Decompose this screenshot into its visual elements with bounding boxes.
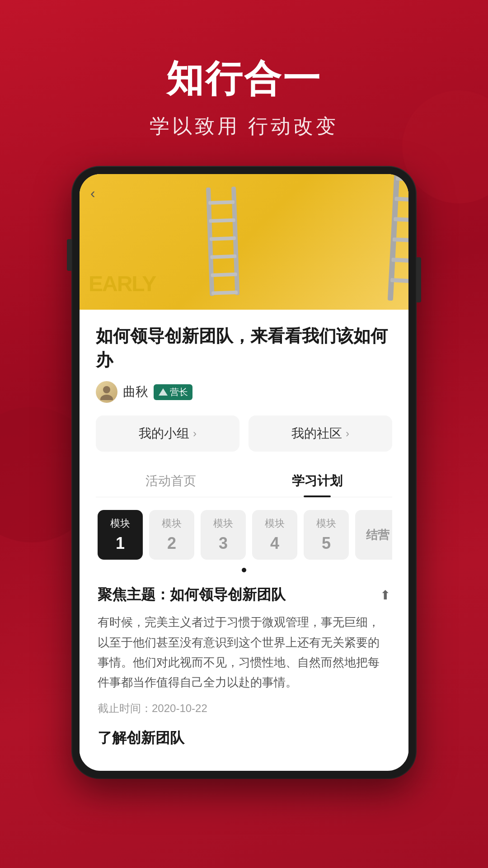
my-group-button[interactable]: 我的小组 › [96,415,239,452]
my-group-label: 我的小组 [139,425,189,442]
module-card-5[interactable]: 模块 5 [304,510,349,560]
my-group-arrow: › [193,427,197,440]
my-community-label: 我的社区 [291,425,342,442]
focus-section: 聚焦主题：如何领导创新团队 ⬆ 有时候，完美主义者过于习惯于微观管理，事无巨细，… [96,585,392,748]
dot-indicator [96,566,392,574]
module-card-3[interactable]: 模块 3 [201,510,246,560]
nav-buttons: 我的小组 › 我的社区 › [96,415,392,452]
phone-frame: ‹ [72,167,416,778]
badge-label: 营长 [170,386,188,398]
focus-title: 聚焦主题：如何领导创新团队 [98,585,286,605]
my-community-button[interactable]: 我的社区 › [249,415,392,452]
svg-point-0 [103,386,110,393]
author-badge: 营长 [154,384,192,400]
article-title: 如何领导创新团队，来看看我们该如何办 [96,324,392,372]
main-subtitle: 学以致用 行动改变 [0,113,488,140]
header-section: 知行合一 学以致用 行动改变 [0,0,488,167]
badge-icon [158,387,168,397]
bottom-section-heading: 了解创新团队 [98,728,390,748]
back-button[interactable]: ‹ [90,185,95,202]
author-row: 曲秋 营长 [96,381,392,403]
focus-header: 聚焦主题：如何领导创新团队 ⬆ [98,585,390,605]
dot [242,568,246,572]
module-card-1[interactable]: 模块 1 [98,510,143,560]
author-name: 曲秋 [123,383,148,401]
tab-study-plan[interactable]: 学习计划 [244,465,390,497]
main-title: 知行合一 [0,54,488,104]
tab-activity-home[interactable]: 活动首页 [98,465,244,497]
module-card-end[interactable]: 结营 [355,510,392,560]
deadline-text: 截止时间：2020-10-22 [98,701,390,716]
module-card-4[interactable]: 模块 4 [252,510,297,560]
author-avatar [96,381,117,403]
article-content-section: 如何领导创新团队，来看看我们该如何办 曲秋 [80,310,408,762]
phone-mockup: ‹ [72,167,416,778]
phone-screen: ‹ [80,174,408,771]
hero-image: ‹ [80,174,408,310]
share-icon[interactable]: ⬆ [380,588,390,603]
modules-row: 模块 1 模块 2 模块 3 模块 4 [96,510,392,560]
my-community-arrow: › [346,427,349,440]
svg-point-1 [100,395,113,400]
focus-body-text: 有时候，完美主义者过于习惯于微观管理，事无巨细，以至于他们甚至没有意识到这个世界… [98,612,390,692]
svg-marker-2 [159,388,168,396]
module-card-2[interactable]: 模块 2 [149,510,194,560]
tabs-bar: 活动首页 学习计划 [96,465,392,497]
